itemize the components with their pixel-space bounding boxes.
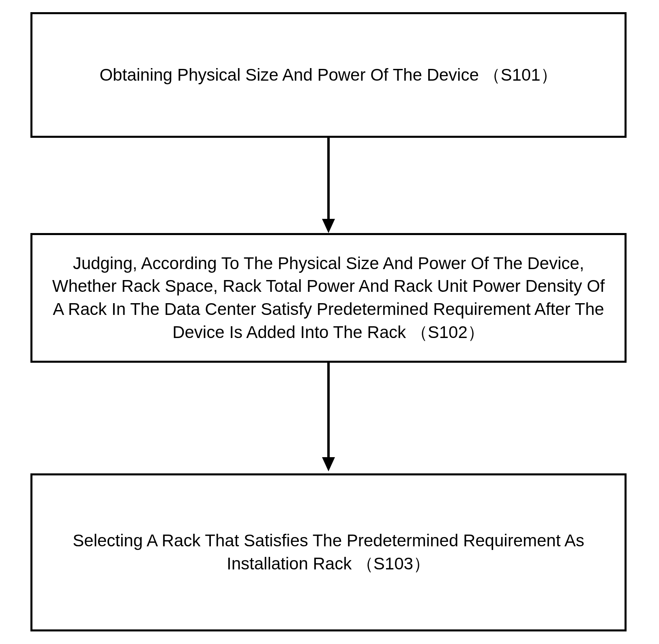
arrow-s102-to-s103 [320,363,337,473]
flowchart-canvas: Obtaining Physical Size And Power Of The… [0,0,659,644]
step-s102-text: Judging, According To The Physical Size … [49,252,608,344]
arrow-s101-to-s102 [320,138,337,235]
step-s103-text: Selecting A Rack That Satisfies The Pred… [49,529,608,575]
svg-marker-3 [322,457,335,471]
step-s101-text: Obtaining Physical Size And Power Of The… [99,64,557,87]
flowchart-step-s101: Obtaining Physical Size And Power Of The… [30,12,627,138]
svg-marker-1 [322,219,335,233]
flowchart-step-s103: Selecting A Rack That Satisfies The Pred… [30,473,627,631]
flowchart-step-s102: Judging, According To The Physical Size … [30,233,627,363]
